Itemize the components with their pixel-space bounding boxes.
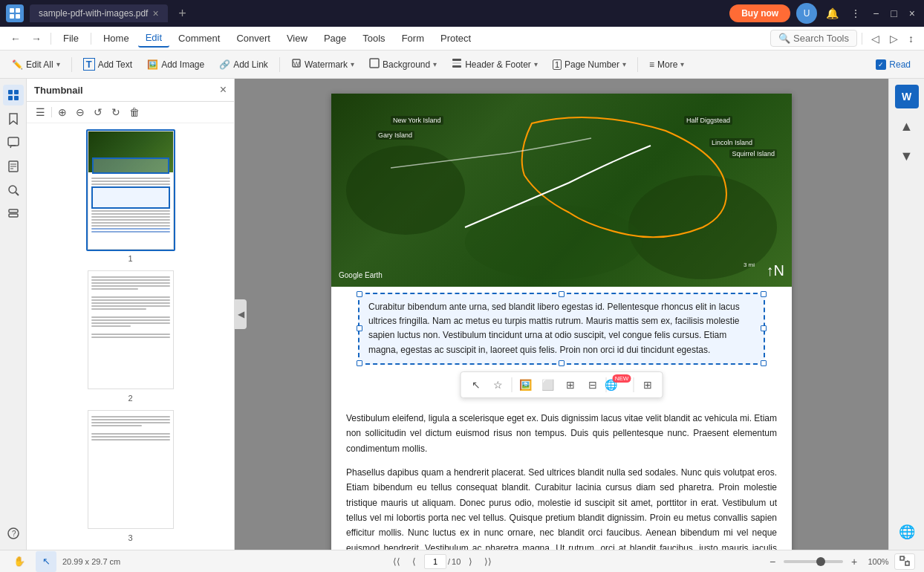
minimize-icon[interactable]: − — [870, 7, 882, 19]
file-tab[interactable]: sample-pdf-with-images.pdf × — [30, 4, 168, 22]
thumb-zoom-out-icon[interactable]: ⊖ — [73, 105, 88, 120]
menu-home[interactable]: Home — [96, 30, 137, 47]
float-star-btn[interactable]: ☆ — [488, 374, 509, 395]
menu-form[interactable]: Form — [394, 30, 432, 47]
form-panel-icon[interactable] — [3, 156, 24, 177]
tab-close-icon[interactable]: × — [152, 7, 158, 19]
search-panel-icon[interactable] — [3, 180, 24, 201]
thumb-zoom-in-icon[interactable]: ⊕ — [55, 105, 70, 120]
zoom-slider[interactable] — [784, 560, 843, 563]
menu-tools[interactable]: Tools — [355, 30, 392, 47]
float-image-btn[interactable]: 🖼️ — [515, 374, 536, 395]
edit-all-button[interactable]: ✏️ Edit All ▾ — [6, 56, 66, 73]
close-icon[interactable]: × — [906, 7, 918, 19]
right-panel-bottom: 🌐 — [895, 520, 919, 544]
right-nav-down-icon[interactable]: ▼ — [895, 144, 919, 168]
word-export-icon[interactable]: W — [895, 85, 919, 108]
selected-text-box[interactable]: Curabitur bibendum ante urna, sed blandi… — [358, 293, 765, 365]
svg-rect-8 — [452, 62, 461, 64]
nav-next-icon[interactable]: ▷ — [885, 30, 902, 48]
zoom-slider-handle[interactable] — [816, 557, 825, 566]
zoom-out-button[interactable]: − — [764, 553, 781, 570]
more-button[interactable]: ≡ More ▾ — [643, 56, 690, 73]
svg-rect-12 — [8, 96, 13, 100]
notifications-icon[interactable]: 🔔 — [823, 7, 842, 19]
menu-convert[interactable]: Convert — [229, 30, 278, 47]
thumb-blue-box — [91, 186, 170, 209]
background-button[interactable]: Background ▾ — [363, 55, 443, 74]
float-table-btn[interactable]: ⊞ — [560, 374, 581, 395]
translate-icon[interactable]: 🌐 — [895, 520, 919, 544]
header-footer-icon — [452, 58, 462, 71]
thumb-line — [91, 213, 170, 215]
watermark-button[interactable]: W Watermark ▾ — [285, 55, 360, 74]
user-avatar[interactable]: U — [796, 3, 817, 24]
page-number-button[interactable]: 1 Page Number ▾ — [547, 56, 632, 73]
fit-page-button[interactable] — [894, 553, 915, 570]
window-menu-icon[interactable]: ⋮ — [847, 7, 864, 19]
maximize-icon[interactable]: □ — [888, 7, 899, 19]
read-checkbox: ✓ — [876, 59, 886, 70]
add-image-button[interactable]: 🖼️ Add Image — [141, 56, 210, 73]
selection-handle-mr — [761, 325, 767, 331]
right-nav-up-icon[interactable]: ▲ — [895, 114, 919, 138]
pdf-viewer[interactable]: New York Island Gary Island Half Diggste… — [235, 79, 888, 550]
thumb-spacer — [91, 291, 170, 295]
menu-edit[interactable]: Edit — [138, 29, 169, 48]
thumb-rotate-left-icon[interactable]: ↺ — [91, 105, 105, 120]
add-link-button[interactable]: 🔗 Add Link — [213, 56, 274, 73]
thumb-rotate-right-icon[interactable]: ↻ — [108, 105, 123, 120]
collapse-panel-button[interactable]: ◀ — [235, 299, 247, 329]
menu-comment[interactable]: Comment — [171, 30, 227, 47]
float-code-btn[interactable]: ⊟ — [582, 374, 603, 395]
back-icon[interactable]: ← — [6, 30, 25, 48]
last-page-button[interactable]: ⟩⟩ — [480, 553, 496, 570]
thumb-menu-icon[interactable]: ☰ — [33, 105, 48, 120]
zoom-in-button[interactable]: + — [846, 553, 862, 570]
float-cursor-btn[interactable]: ↖ — [466, 374, 487, 395]
menu-page[interactable]: Page — [316, 30, 354, 47]
thumb-line — [91, 419, 170, 420]
expand-icon[interactable]: ↕ — [904, 30, 918, 48]
thumb-line — [91, 183, 170, 185]
thumbnail-panel-icon[interactable] — [3, 85, 24, 105]
sidebar-icon-panel: ? — [0, 79, 27, 550]
cursor-tool-button[interactable]: ↖ — [36, 551, 56, 572]
thumbnail-close-icon[interactable]: × — [220, 83, 227, 97]
current-page-input[interactable] — [424, 554, 446, 569]
svg-rect-7 — [452, 59, 461, 61]
thumbnail-page-2[interactable]: 2 — [86, 269, 175, 403]
menu-protect[interactable]: Protect — [433, 30, 478, 47]
nav-prev-icon[interactable]: ◁ — [867, 30, 884, 48]
menu-file[interactable]: File — [56, 30, 86, 47]
header-footer-button[interactable]: Header & Footer ▾ — [446, 55, 544, 74]
thumb-line — [91, 296, 170, 298]
float-more-btn[interactable]: ⊞ — [637, 374, 658, 395]
first-page-button[interactable]: ⟨⟨ — [388, 553, 405, 570]
hand-tool-button[interactable]: ✋ — [9, 551, 30, 572]
edit-toolbar: ✏️ Edit All ▾ T Add Text 🖼️ Add Image 🔗 … — [0, 51, 924, 79]
buy-now-button[interactable]: Buy now — [729, 4, 790, 22]
float-ai-btn[interactable]: 🌐 NEW — [610, 374, 631, 395]
thumb-page-2-frame — [86, 269, 175, 391]
thumb-delete-icon[interactable]: 🗑 — [126, 105, 143, 120]
help-icon[interactable]: ? — [3, 523, 24, 544]
next-page-button[interactable]: ⟩ — [462, 553, 478, 570]
layers-panel-icon[interactable] — [3, 204, 24, 224]
float-crop-btn[interactable]: ⬜ — [538, 374, 559, 395]
thumbnail-page-1[interactable]: 1 — [86, 129, 175, 263]
comment-panel-icon[interactable] — [3, 132, 24, 153]
bookmark-panel-icon[interactable] — [3, 108, 24, 129]
map-label-lincoln: Lincoln Island — [709, 138, 755, 147]
thumb-line — [91, 279, 170, 281]
thumbnail-panel: Thumbnail × ☰ ⊕ ⊖ ↺ ↻ 🗑 — [27, 79, 235, 550]
forward-icon[interactable]: → — [27, 30, 46, 48]
add-text-button[interactable]: T Add Text — [77, 55, 138, 74]
new-tab-button[interactable]: + — [174, 4, 192, 22]
prev-page-button[interactable]: ⟨ — [406, 553, 423, 570]
read-button[interactable]: ✓ Read — [868, 56, 918, 73]
search-tools[interactable]: 🔍 Search Tools — [770, 30, 857, 47]
map-label-squirrel: Squirrel Island — [729, 149, 777, 158]
thumbnail-page-3[interactable]: 3 — [86, 409, 175, 542]
menu-view[interactable]: View — [279, 30, 315, 47]
